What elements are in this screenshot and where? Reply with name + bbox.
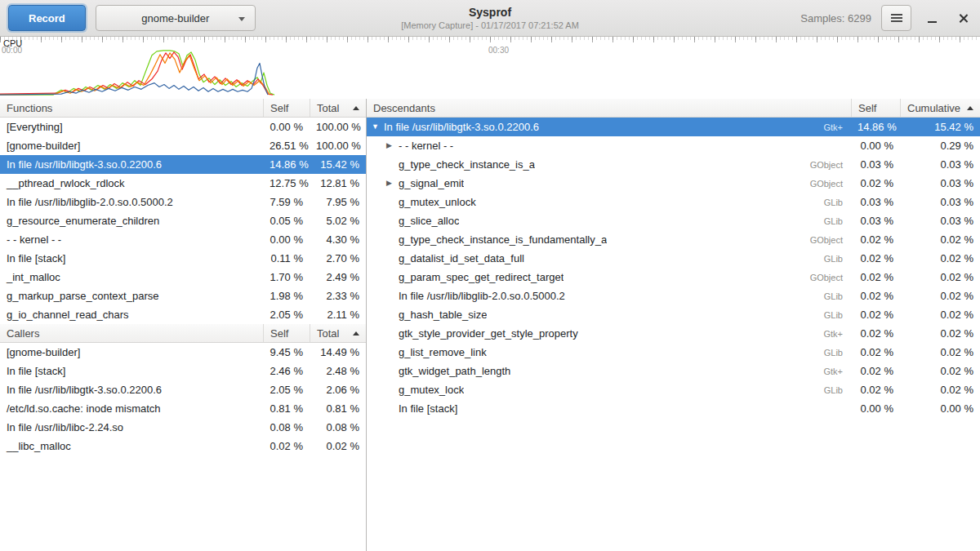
column-header-total[interactable]: Total [310, 324, 366, 342]
descendant-row[interactable]: ▶ g_signal_emit GObject 0.02 % 0.03 % [367, 174, 980, 193]
close-icon [958, 13, 969, 24]
descendant-row[interactable]: g_slice_alloc GLib 0.03 % 0.03 % [367, 211, 980, 230]
total-percent: 2.49 % [310, 271, 366, 283]
column-header-cumulative[interactable]: Cumulative [900, 99, 980, 117]
descendant-row[interactable]: g_mutex_unlock GLib 0.03 % 0.03 % [367, 193, 980, 211]
caller-name: In file /usr/lib/libc-2.24.so [0, 421, 263, 433]
function-name: g_hash_table_size [399, 309, 487, 321]
header-bar: Record gnome-builder Sysprof [Memory Cap… [0, 0, 980, 37]
panes: Functions Self Total [Everything] 0.00 %… [0, 99, 980, 551]
descendant-row[interactable]: gtk_style_provider_get_style_property Gt… [367, 324, 980, 343]
column-header-self[interactable]: Self [263, 99, 310, 117]
self-percent: 0.08 % [263, 421, 310, 433]
function-row[interactable]: In file /usr/lib/libgtk-3.so.0.2200.6 14… [0, 155, 366, 174]
cumulative-percent: 0.02 % [900, 271, 980, 283]
menu-button[interactable] [881, 5, 911, 31]
library-badge: GLib [816, 198, 844, 207]
descendant-row[interactable]: g_type_check_instance_is_a GObject 0.03 … [367, 155, 980, 174]
descendant-row[interactable]: g_list_remove_link GLib 0.02 % 0.02 % [367, 343, 980, 362]
caller-name: __libc_malloc [0, 440, 263, 452]
caller-row[interactable]: In file [stack] 2.46 % 2.48 % [0, 362, 366, 380]
library-badge: GLib [816, 254, 844, 264]
descendant-row[interactable]: ▼ In file /usr/lib/libgtk-3.so.0.2200.6 … [367, 118, 980, 136]
descendant-name-cell: In file [stack] [367, 402, 851, 415]
descendant-row[interactable]: In file [stack] 0.00 % 0.00 % [367, 399, 980, 418]
sysprof-window: Record gnome-builder Sysprof [Memory Cap… [0, 0, 980, 551]
descendant-row[interactable]: g_type_check_instance_is_fundamentally_a… [367, 230, 980, 249]
record-button[interactable]: Record [8, 5, 86, 31]
descendants-rows: ▼ In file /usr/lib/libgtk-3.so.0.2200.6 … [367, 118, 980, 418]
self-percent: 0.02 % [851, 271, 900, 283]
caller-name: /etc/ld.so.cache: inode mismatch [0, 402, 263, 415]
library-badge: GLib [816, 348, 844, 358]
sort-indicator-icon [353, 106, 359, 110]
descendant-name-cell: g_type_check_instance_is_a GObject [367, 158, 851, 171]
function-name: [gnome-builder] [0, 140, 263, 152]
self-percent: 26.51 % [263, 140, 310, 152]
column-header-self[interactable]: Self [851, 99, 900, 117]
self-percent: 0.02 % [851, 177, 900, 189]
expander-icon[interactable]: ▼ [372, 118, 384, 136]
column-header-functions[interactable]: Functions [0, 99, 263, 117]
function-row[interactable]: In file /usr/lib/libglib-2.0.so.0.5000.2… [0, 193, 366, 211]
process-selector-dropdown[interactable]: gnome-builder [96, 5, 256, 31]
library-badge: Gtk+ [815, 367, 844, 376]
self-percent: 0.81 % [263, 402, 310, 415]
function-name: _int_malloc [0, 271, 263, 283]
expander-icon[interactable]: ▶ [386, 174, 399, 193]
column-header-self[interactable]: Self [263, 324, 310, 342]
caller-row[interactable]: [gnome-builder] 9.45 % 14.49 % [0, 343, 366, 362]
cumulative-percent: 0.02 % [900, 233, 980, 246]
total-percent: 14.49 % [310, 346, 366, 358]
descendant-row[interactable]: gtk_widget_path_length Gtk+ 0.02 % 0.02 … [367, 362, 980, 380]
functions-panel: Functions Self Total [Everything] 0.00 %… [0, 99, 366, 324]
column-header-callers[interactable]: Callers [0, 324, 263, 342]
function-row[interactable]: g_resource_enumerate_children 0.05 % 5.0… [0, 211, 366, 230]
functions-rows: [Everything] 0.00 % 100.00 % [gnome-buil… [0, 118, 366, 324]
samples-count: Samples: 6299 [800, 12, 871, 24]
sort-indicator-icon [967, 106, 973, 110]
function-name: In file [stack] [0, 252, 263, 264]
column-header-total[interactable]: Total [310, 99, 366, 117]
self-percent: 2.46 % [263, 365, 310, 377]
self-percent: 1.98 % [263, 290, 310, 302]
function-row[interactable]: In file [stack] 0.11 % 2.70 % [0, 249, 366, 268]
minimize-button[interactable] [921, 7, 942, 29]
self-percent: 0.05 % [263, 215, 310, 227]
self-percent: 0.02 % [263, 440, 310, 452]
total-percent: 15.42 % [310, 158, 366, 171]
caller-row[interactable]: In file /usr/lib/libgtk-3.so.0.2200.6 2.… [0, 380, 366, 399]
function-row[interactable]: __pthread_rwlock_rdlock 12.75 % 12.81 % [0, 174, 366, 193]
close-button[interactable] [952, 7, 973, 29]
caller-row[interactable]: In file /usr/lib/libc-2.24.so 0.08 % 0.0… [0, 418, 366, 437]
self-percent: 14.86 % [263, 158, 310, 171]
function-row[interactable]: g_markup_parse_context_parse 1.98 % 2.33… [0, 287, 366, 305]
column-header-descendants[interactable]: Descendants [367, 99, 851, 117]
function-name: g_type_check_instance_is_fundamentally_a [399, 233, 607, 246]
expander-icon[interactable]: ▶ [386, 136, 399, 155]
total-percent: 2.11 % [310, 309, 366, 321]
library-badge: GLib [816, 310, 844, 320]
descendant-row[interactable]: g_hash_table_size GLib 0.02 % 0.02 % [367, 305, 980, 324]
function-row[interactable]: [Everything] 0.00 % 100.00 % [0, 118, 366, 136]
cumulative-percent: 0.02 % [900, 252, 980, 264]
function-row[interactable]: _int_malloc 1.70 % 2.49 % [0, 268, 366, 287]
function-name: g_mutex_lock [399, 384, 464, 396]
total-percent: 4.30 % [310, 233, 366, 246]
descendant-row[interactable]: ▶ - - kernel - - 0.00 % 0.29 % [367, 136, 980, 155]
function-row[interactable]: [gnome-builder] 26.51 % 100.00 % [0, 136, 366, 155]
descendant-row[interactable]: g_datalist_id_set_data_full GLib 0.02 % … [367, 249, 980, 268]
descendant-row[interactable]: g_mutex_lock GLib 0.02 % 0.02 % [367, 380, 980, 399]
descendant-row[interactable]: g_param_spec_get_redirect_target GObject… [367, 268, 980, 287]
function-row[interactable]: - - kernel - - 0.00 % 4.30 % [0, 230, 366, 249]
cpu-graph-panel[interactable]: CPU 00:00 00:30 [0, 37, 980, 99]
function-row[interactable]: g_io_channel_read_chars 2.05 % 2.11 % [0, 305, 366, 324]
descendant-row[interactable]: In file /usr/lib/libglib-2.0.so.0.5000.2… [367, 287, 980, 305]
caller-row[interactable]: __libc_malloc 0.02 % 0.02 % [0, 437, 366, 455]
descendant-name-cell: g_slice_alloc GLib [367, 215, 851, 227]
cumulative-percent: 0.29 % [900, 140, 980, 152]
cumulative-percent: 15.42 % [900, 121, 980, 133]
caller-row[interactable]: /etc/ld.so.cache: inode mismatch 0.81 % … [0, 399, 366, 418]
self-percent: 0.02 % [851, 384, 900, 396]
self-percent: 9.45 % [263, 346, 310, 358]
